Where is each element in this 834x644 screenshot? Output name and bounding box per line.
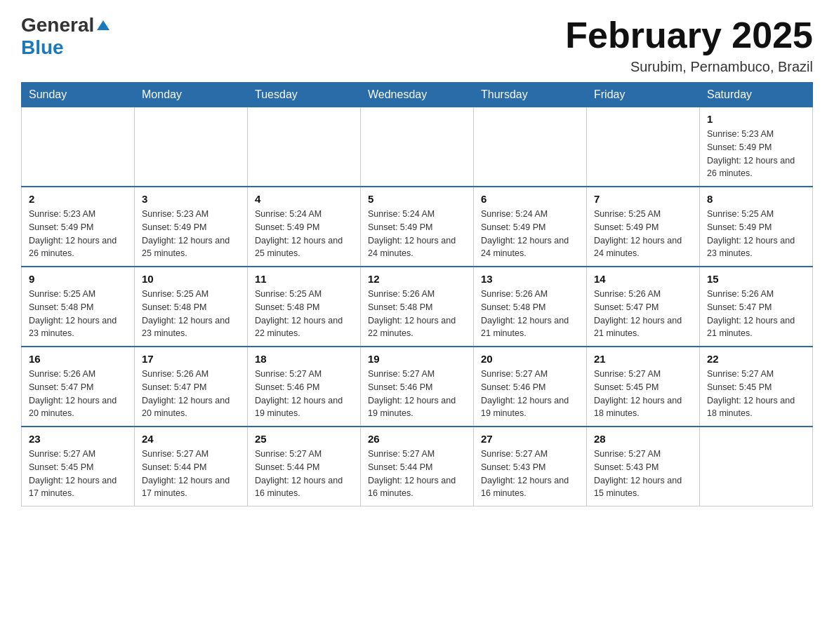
day-number: 22 — [707, 353, 805, 365]
table-row: 4Sunrise: 5:24 AMSunset: 5:49 PMDaylight… — [248, 187, 361, 267]
table-row: 24Sunrise: 5:27 AMSunset: 5:44 PMDayligh… — [135, 427, 248, 507]
day-number: 21 — [594, 353, 692, 365]
table-row: 14Sunrise: 5:26 AMSunset: 5:47 PMDayligh… — [587, 267, 700, 347]
calendar-week-row: 23Sunrise: 5:27 AMSunset: 5:45 PMDayligh… — [22, 427, 813, 507]
day-number: 24 — [142, 433, 240, 445]
day-info: Sunrise: 5:26 AMSunset: 5:47 PMDaylight:… — [29, 368, 127, 420]
day-number: 20 — [481, 353, 579, 365]
table-row: 2Sunrise: 5:23 AMSunset: 5:49 PMDaylight… — [22, 187, 135, 267]
table-row: 15Sunrise: 5:26 AMSunset: 5:47 PMDayligh… — [700, 267, 813, 347]
day-number: 15 — [707, 273, 805, 285]
day-info: Sunrise: 5:27 AMSunset: 5:46 PMDaylight:… — [368, 368, 466, 420]
day-number: 23 — [29, 433, 127, 445]
table-row: 22Sunrise: 5:27 AMSunset: 5:45 PMDayligh… — [700, 347, 813, 427]
day-info: Sunrise: 5:23 AMSunset: 5:49 PMDaylight:… — [142, 208, 240, 260]
day-info: Sunrise: 5:23 AMSunset: 5:49 PMDaylight:… — [707, 128, 805, 180]
calendar-week-row: 1Sunrise: 5:23 AMSunset: 5:49 PMDaylight… — [22, 107, 813, 187]
calendar-week-row: 2Sunrise: 5:23 AMSunset: 5:49 PMDaylight… — [22, 187, 813, 267]
table-row: 27Sunrise: 5:27 AMSunset: 5:43 PMDayligh… — [474, 427, 587, 507]
table-row: 10Sunrise: 5:25 AMSunset: 5:48 PMDayligh… — [135, 267, 248, 347]
day-number: 5 — [368, 193, 466, 205]
day-info: Sunrise: 5:27 AMSunset: 5:46 PMDaylight:… — [255, 368, 353, 420]
table-row: 17Sunrise: 5:26 AMSunset: 5:47 PMDayligh… — [135, 347, 248, 427]
day-number: 12 — [368, 273, 466, 285]
day-info: Sunrise: 5:26 AMSunset: 5:48 PMDaylight:… — [368, 288, 466, 340]
day-info: Sunrise: 5:25 AMSunset: 5:49 PMDaylight:… — [707, 208, 805, 260]
day-number: 9 — [29, 273, 127, 285]
table-row: 19Sunrise: 5:27 AMSunset: 5:46 PMDayligh… — [361, 347, 474, 427]
svg-marker-0 — [97, 20, 110, 30]
day-number: 1 — [707, 113, 805, 125]
day-number: 25 — [255, 433, 353, 445]
table-row: 12Sunrise: 5:26 AMSunset: 5:48 PMDayligh… — [361, 267, 474, 347]
day-info: Sunrise: 5:25 AMSunset: 5:48 PMDaylight:… — [255, 288, 353, 340]
table-row: 3Sunrise: 5:23 AMSunset: 5:49 PMDaylight… — [135, 187, 248, 267]
day-number: 3 — [142, 193, 240, 205]
logo-triangle-icon — [97, 19, 110, 34]
day-number: 28 — [594, 433, 692, 445]
day-info: Sunrise: 5:25 AMSunset: 5:48 PMDaylight:… — [29, 288, 127, 340]
day-number: 4 — [255, 193, 353, 205]
weekday-header-row: Sunday Monday Tuesday Wednesday Thursday… — [22, 83, 813, 107]
day-info: Sunrise: 5:27 AMSunset: 5:46 PMDaylight:… — [481, 368, 579, 420]
table-row: 11Sunrise: 5:25 AMSunset: 5:48 PMDayligh… — [248, 267, 361, 347]
day-info: Sunrise: 5:24 AMSunset: 5:49 PMDaylight:… — [255, 208, 353, 260]
day-info: Sunrise: 5:26 AMSunset: 5:47 PMDaylight:… — [707, 288, 805, 340]
day-info: Sunrise: 5:27 AMSunset: 5:43 PMDaylight:… — [594, 448, 692, 500]
calendar-table: Sunday Monday Tuesday Wednesday Thursday… — [21, 82, 813, 507]
day-number: 10 — [142, 273, 240, 285]
day-number: 2 — [29, 193, 127, 205]
header-tuesday: Tuesday — [248, 83, 361, 107]
day-info: Sunrise: 5:27 AMSunset: 5:45 PMDaylight:… — [707, 368, 805, 420]
header-sunday: Sunday — [22, 83, 135, 107]
table-row: 23Sunrise: 5:27 AMSunset: 5:45 PMDayligh… — [22, 427, 135, 507]
day-number: 17 — [142, 353, 240, 365]
day-number: 6 — [481, 193, 579, 205]
day-info: Sunrise: 5:25 AMSunset: 5:49 PMDaylight:… — [594, 208, 692, 260]
day-info: Sunrise: 5:26 AMSunset: 5:48 PMDaylight:… — [481, 288, 579, 340]
day-number: 13 — [481, 273, 579, 285]
table-row — [22, 107, 135, 187]
table-row: 20Sunrise: 5:27 AMSunset: 5:46 PMDayligh… — [474, 347, 587, 427]
day-number: 11 — [255, 273, 353, 285]
day-number: 7 — [594, 193, 692, 205]
day-info: Sunrise: 5:27 AMSunset: 5:45 PMDaylight:… — [29, 448, 127, 500]
day-info: Sunrise: 5:24 AMSunset: 5:49 PMDaylight:… — [368, 208, 466, 260]
table-row: 8Sunrise: 5:25 AMSunset: 5:49 PMDaylight… — [700, 187, 813, 267]
table-row: 9Sunrise: 5:25 AMSunset: 5:48 PMDaylight… — [22, 267, 135, 347]
month-title: February 2025 — [565, 14, 813, 56]
day-number: 14 — [594, 273, 692, 285]
table-row: 28Sunrise: 5:27 AMSunset: 5:43 PMDayligh… — [587, 427, 700, 507]
header-saturday: Saturday — [700, 83, 813, 107]
day-info: Sunrise: 5:27 AMSunset: 5:44 PMDaylight:… — [368, 448, 466, 500]
day-number: 8 — [707, 193, 805, 205]
day-info: Sunrise: 5:27 AMSunset: 5:44 PMDaylight:… — [142, 448, 240, 500]
table-row: 18Sunrise: 5:27 AMSunset: 5:46 PMDayligh… — [248, 347, 361, 427]
table-row — [361, 107, 474, 187]
table-row: 1Sunrise: 5:23 AMSunset: 5:49 PMDaylight… — [700, 107, 813, 187]
table-row: 26Sunrise: 5:27 AMSunset: 5:44 PMDayligh… — [361, 427, 474, 507]
table-row: 5Sunrise: 5:24 AMSunset: 5:49 PMDaylight… — [361, 187, 474, 267]
day-info: Sunrise: 5:23 AMSunset: 5:49 PMDaylight:… — [29, 208, 127, 260]
header-monday: Monday — [135, 83, 248, 107]
table-row — [135, 107, 248, 187]
day-info: Sunrise: 5:26 AMSunset: 5:47 PMDaylight:… — [594, 288, 692, 340]
table-row: 7Sunrise: 5:25 AMSunset: 5:49 PMDaylight… — [587, 187, 700, 267]
logo-general-text: General — [21, 14, 94, 36]
table-row: 13Sunrise: 5:26 AMSunset: 5:48 PMDayligh… — [474, 267, 587, 347]
day-info: Sunrise: 5:25 AMSunset: 5:48 PMDaylight:… — [142, 288, 240, 340]
logo-blue-text: Blue — [21, 36, 64, 58]
location-subtitle: Surubim, Pernambuco, Brazil — [565, 59, 813, 75]
title-area: February 2025 Surubim, Pernambuco, Brazi… — [565, 14, 813, 75]
header-wednesday: Wednesday — [361, 83, 474, 107]
day-info: Sunrise: 5:27 AMSunset: 5:45 PMDaylight:… — [594, 368, 692, 420]
page-header: General Blue February 2025 Surubim, Pern… — [21, 14, 813, 75]
day-number: 18 — [255, 353, 353, 365]
day-number: 26 — [368, 433, 466, 445]
table-row — [248, 107, 361, 187]
table-row — [474, 107, 587, 187]
day-info: Sunrise: 5:27 AMSunset: 5:44 PMDaylight:… — [255, 448, 353, 500]
day-number: 16 — [29, 353, 127, 365]
day-number: 19 — [368, 353, 466, 365]
calendar-week-row: 9Sunrise: 5:25 AMSunset: 5:48 PMDaylight… — [22, 267, 813, 347]
